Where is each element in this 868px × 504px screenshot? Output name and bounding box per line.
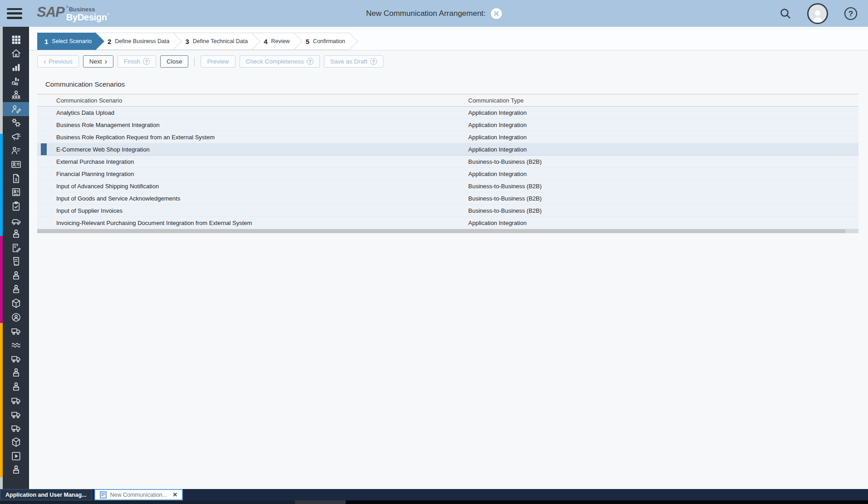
wizard-step-2[interactable]: 2Define Business Data (95, 33, 173, 50)
row-select-gutter[interactable] (37, 107, 47, 118)
type-cell[interactable]: Application Integration (458, 107, 858, 118)
logo-business: Business (69, 6, 95, 13)
row-select-gutter[interactable] (37, 131, 47, 143)
sidebar-item-truck[interactable] (3, 352, 29, 366)
close-button[interactable]: Close (160, 55, 189, 68)
sidebar-item-package-box[interactable] (3, 296, 29, 310)
scrollbar-thumb[interactable] (37, 229, 845, 233)
scenario-cell[interactable]: Input of Goods and Service Acknowledgeme… (46, 192, 458, 204)
row-select-gutter[interactable] (37, 156, 47, 167)
type-cell[interactable]: Business-to-Business (B2B) (458, 156, 858, 167)
sidebar-item-people-group[interactable] (3, 88, 29, 102)
previous-button[interactable]: ‹Previous (37, 55, 79, 68)
row-select-gutter[interactable] (37, 180, 47, 192)
sidebar-item-clipboard-check[interactable] (3, 199, 29, 213)
scenario-cell[interactable]: Input of Supplier Invoices (46, 205, 458, 216)
table-row[interactable]: External Purchase IntegrationBusiness-to… (37, 156, 858, 168)
sidebar-item-package-box[interactable] (3, 435, 29, 449)
scenario-cell[interactable]: Invoicing-Relevant Purchasing Document I… (46, 217, 458, 229)
row-select-gutter[interactable] (37, 119, 47, 131)
hamburger-menu-icon[interactable] (7, 8, 22, 19)
scenario-cell[interactable]: Business Role Management Integration (46, 119, 458, 131)
sidebar-item-person-card-dollar[interactable] (3, 186, 29, 200)
save-as-draft-button[interactable]: Save as Draft? (324, 55, 383, 68)
table-row[interactable]: E-Commerce Web Shop IntegrationApplicati… (37, 143, 858, 156)
home-icon (10, 48, 22, 59)
sidebar-item-truck[interactable] (3, 324, 29, 338)
taskbar-tab-2[interactable]: New Communication...✕ (94, 489, 183, 500)
scenario-cell[interactable]: Business Role Replication Request from a… (46, 131, 458, 143)
sidebar-item-truck[interactable] (3, 421, 29, 435)
wizard-step-3[interactable]: 3Define Technical Data (173, 33, 251, 50)
row-select-gutter[interactable] (37, 168, 47, 180)
sidebar-item-document-edit[interactable] (3, 241, 29, 255)
type-cell[interactable]: Business-to-Business (B2B) (458, 205, 858, 216)
sidebar-item-person-desk[interactable] (3, 463, 29, 477)
scenario-cell[interactable]: Input of Advanced Shipping Notification (46, 180, 458, 192)
sidebar-item-person-desk[interactable] (3, 380, 29, 394)
row-select-gutter[interactable] (37, 217, 47, 229)
sidebar-item-play[interactable] (3, 449, 29, 463)
next-button[interactable]: Next› (83, 55, 113, 68)
sidebar-item-person-desk[interactable] (3, 283, 29, 297)
scenario-cell[interactable]: External Purchase Integration (46, 156, 458, 167)
table-row[interactable]: Business Role Management IntegrationAppl… (37, 119, 858, 131)
sidebar-item-person-desk[interactable] (3, 269, 29, 283)
type-cell[interactable]: Business-to-Business (B2B) (458, 192, 858, 204)
sidebar-item-truck[interactable] (3, 393, 29, 407)
table-row[interactable]: Invoicing-Relevant Purchasing Document I… (37, 217, 858, 229)
close-arrangement-icon[interactable] (491, 8, 502, 19)
sidebar-item-bar-chart[interactable] (3, 60, 29, 74)
row-select-gutter[interactable] (37, 143, 47, 155)
type-cell[interactable]: Application Integration (458, 217, 858, 229)
search-icon[interactable] (779, 7, 792, 20)
scenario-cell[interactable]: E-Commerce Web Shop Integration (46, 143, 458, 155)
truck-icon (10, 353, 22, 364)
wizard-step-1[interactable]: 1Select Scenario (37, 33, 95, 50)
table-row[interactable]: Financial Planning IntegrationApplicatio… (37, 168, 858, 180)
sidebar-item-user-edit[interactable] (3, 102, 29, 116)
person-list-icon (10, 145, 22, 157)
table-row[interactable]: Analytics Data UploadApplication Integra… (37, 107, 858, 119)
scenario-cell[interactable]: Analytics Data Upload (46, 107, 458, 118)
horizontal-scrollbar[interactable] (37, 229, 858, 233)
sidebar-item-person-desk[interactable] (3, 366, 29, 380)
row-select-gutter[interactable] (37, 192, 47, 204)
column-header-communication-scenario[interactable]: Communication Scenario (46, 94, 458, 106)
column-header-communication-type[interactable]: Communication Type (458, 94, 858, 106)
help-icon[interactable]: ? (843, 6, 858, 21)
close-tab-icon[interactable]: ✕ (172, 491, 177, 498)
sidebar-item-document-dollar[interactable] (3, 171, 29, 186)
sidebar-item-waves[interactable] (3, 338, 29, 352)
row-select-gutter[interactable] (37, 205, 47, 216)
sidebar-item-person-desk[interactable] (3, 227, 29, 241)
sidebar-item-id-card[interactable] (3, 157, 29, 171)
finish-button[interactable]: Finish? (118, 55, 156, 68)
sidebar-item-receipt[interactable] (3, 255, 29, 269)
sidebar-item-gears[interactable] (3, 116, 29, 130)
scenario-cell[interactable]: Financial Planning Integration (46, 168, 458, 180)
sidebar (0, 27, 29, 489)
check-completeness-button[interactable]: Check Completeness? (240, 55, 320, 68)
table-row[interactable]: Business Role Replication Request from a… (37, 131, 858, 143)
sidebar-item-apps-grid[interactable] (3, 33, 29, 47)
type-cell[interactable]: Application Integration (458, 168, 858, 180)
table-row[interactable]: Input of Supplier InvoicesBusiness-to-Bu… (37, 205, 858, 217)
sidebar-item-person-headset[interactable] (3, 310, 29, 324)
communication-scenarios-table: Communication Scenario Communication Typ… (37, 94, 858, 233)
preview-button[interactable]: Preview (201, 55, 235, 68)
sidebar-item-person-list[interactable] (3, 144, 29, 158)
sidebar-item-megaphone[interactable] (3, 130, 29, 144)
sidebar-item-car[interactable] (3, 213, 29, 227)
table-row[interactable]: Input of Advanced Shipping NotificationB… (37, 180, 858, 192)
table-row[interactable]: Input of Goods and Service Acknowledgeme… (37, 192, 858, 205)
user-avatar[interactable] (807, 3, 828, 24)
type-cell[interactable]: Application Integration (458, 143, 858, 155)
type-cell[interactable]: Business-to-Business (B2B) (458, 180, 858, 192)
taskbar-tab-1[interactable]: Application and User Manag... (0, 489, 92, 500)
sidebar-item-home[interactable] (3, 47, 29, 61)
sidebar-item-truck[interactable] (3, 407, 29, 421)
sidebar-item-org-chart[interactable] (3, 74, 29, 88)
type-cell[interactable]: Application Integration (458, 131, 858, 143)
type-cell[interactable]: Application Integration (458, 119, 858, 131)
